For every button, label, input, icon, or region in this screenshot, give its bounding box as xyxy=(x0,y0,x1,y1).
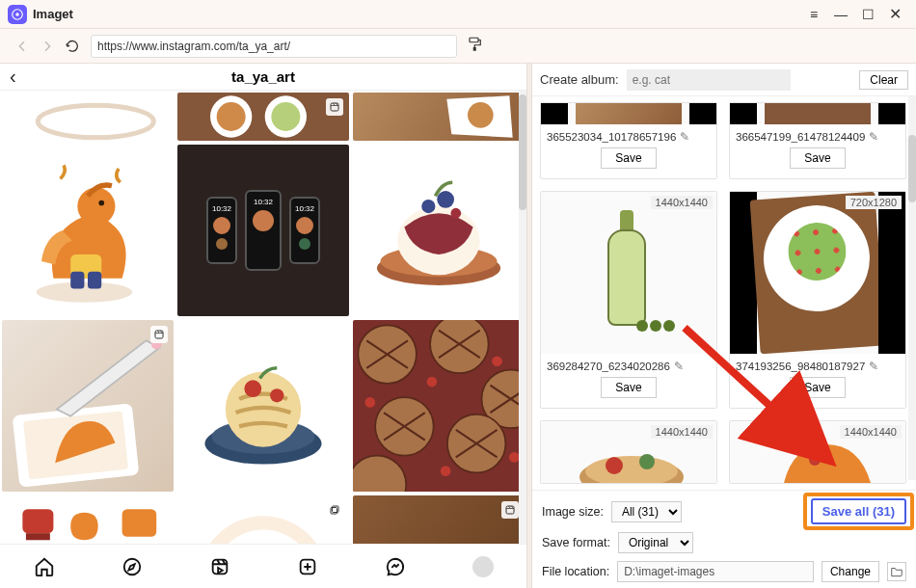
save-button[interactable]: Save xyxy=(790,377,845,398)
download-settings: Image size: All (31) Save all (31) Save … xyxy=(532,490,916,588)
dimensions-label: 1440x1440 xyxy=(651,196,713,209)
clear-button[interactable]: Clear xyxy=(859,70,908,90)
svg-rect-55 xyxy=(331,508,337,515)
save-button[interactable]: Save xyxy=(601,377,656,398)
svg-point-1 xyxy=(15,13,19,16)
ig-bottom-nav xyxy=(0,544,526,588)
ig-post-tile[interactable] xyxy=(353,320,525,492)
svg-point-12 xyxy=(77,188,115,226)
reels-icon xyxy=(501,501,519,519)
image-id: 374193256_98480187927 xyxy=(736,361,865,372)
browser-toolbar: https://www.instagram.com/ta_ya_art/ xyxy=(0,29,916,64)
ig-back-icon[interactable]: ‹ xyxy=(10,66,16,88)
change-location-button[interactable]: Change xyxy=(822,561,879,582)
image-size-select[interactable]: All (31) xyxy=(611,501,682,522)
dimensions-label: 1440x1440 xyxy=(651,425,713,439)
image-card: 366547199_61478124409✎ Save xyxy=(729,102,906,179)
close-button[interactable]: ✕ xyxy=(881,4,908,25)
svg-point-20 xyxy=(421,200,435,213)
right-scrollbar[interactable] xyxy=(908,96,916,480)
ig-reels-icon[interactable] xyxy=(207,554,232,579)
paint-roller-icon[interactable] xyxy=(467,36,488,57)
svg-rect-46 xyxy=(122,509,157,536)
phone-clock: 10:32 xyxy=(295,204,314,213)
ig-explore-icon[interactable] xyxy=(120,554,145,579)
svg-rect-9 xyxy=(331,103,338,111)
ig-post-tile[interactable] xyxy=(353,93,525,141)
app-name: Imaget xyxy=(33,7,73,21)
edit-name-icon[interactable]: ✎ xyxy=(869,360,878,373)
edit-name-icon[interactable]: ✎ xyxy=(674,360,684,373)
svg-point-34 xyxy=(430,320,489,373)
svg-point-41 xyxy=(364,397,375,408)
image-card: 1440x1440 369284270_6234020286✎ Save xyxy=(540,191,717,409)
svg-rect-26 xyxy=(155,331,163,338)
file-location-label: File location: xyxy=(542,565,609,578)
ig-post-tile[interactable] xyxy=(177,93,349,141)
file-location-box: D:\imaget-images xyxy=(617,561,814,582)
url-bar[interactable]: https://www.instagram.com/ta_ya_art/ xyxy=(91,35,457,58)
svg-point-39 xyxy=(427,377,438,388)
open-folder-icon[interactable] xyxy=(887,562,906,581)
url-text: https://www.instagram.com/ta_ya_art/ xyxy=(97,40,290,53)
image-id: 366547199_61478124409 xyxy=(736,131,865,143)
svg-point-21 xyxy=(437,191,454,208)
edit-name-icon[interactable]: ✎ xyxy=(869,130,878,144)
ig-post-tile[interactable] xyxy=(2,320,174,492)
ig-post-tile[interactable]: 10:32 10:32 10:32 xyxy=(177,145,349,316)
carousel-icon xyxy=(326,501,343,519)
image-cards-scroll[interactable]: 365523034_10178657196✎ Save 366547199_61… xyxy=(532,96,916,490)
svg-rect-3 xyxy=(473,47,476,51)
ig-post-tile[interactable] xyxy=(2,145,174,316)
create-album-label: Create album: xyxy=(540,72,619,87)
svg-rect-15 xyxy=(70,272,84,289)
svg-point-42 xyxy=(441,466,451,476)
svg-rect-2 xyxy=(470,38,478,42)
instagram-panel: ‹ ta_ya_art xyxy=(0,64,526,588)
reels-icon xyxy=(326,98,343,116)
dimensions-label: 1440x1440 xyxy=(840,425,902,439)
reload-icon[interactable] xyxy=(60,34,85,59)
ig-post-tile[interactable] xyxy=(353,145,525,316)
save-button[interactable]: Save xyxy=(601,147,656,169)
ig-post-tile[interactable] xyxy=(2,495,174,544)
ig-post-tile[interactable] xyxy=(177,495,349,544)
svg-point-65 xyxy=(606,457,623,474)
ig-profile-avatar[interactable] xyxy=(471,554,496,579)
ig-create-icon[interactable] xyxy=(295,554,320,579)
image-card: 365523034_10178657196✎ Save xyxy=(540,102,717,179)
ig-post-tile[interactable] xyxy=(2,93,174,141)
svg-rect-54 xyxy=(333,506,339,513)
ig-post-tile[interactable] xyxy=(353,495,525,544)
save-all-button[interactable]: Save all (31) xyxy=(811,498,906,524)
minimize-button[interactable]: — xyxy=(827,4,854,25)
svg-point-6 xyxy=(217,102,246,131)
svg-point-40 xyxy=(492,356,502,366)
save-button[interactable]: Save xyxy=(790,147,845,169)
svg-point-13 xyxy=(98,200,104,206)
ig-profile-title: ta_ya_art xyxy=(231,68,295,85)
ig-grid: 10:32 10:32 10:32 xyxy=(0,91,526,544)
left-scrollbar[interactable] xyxy=(519,91,526,544)
image-size-label: Image size: xyxy=(542,505,604,519)
image-card: 720x1280 374193256_98480187927✎ Save xyxy=(729,191,906,409)
save-format-select[interactable]: Original xyxy=(618,532,693,553)
phone-clock: 10:32 xyxy=(212,204,231,213)
image-card: 1440x1440 xyxy=(540,420,717,484)
dimensions-label: 720x1280 xyxy=(846,196,902,209)
ig-messenger-icon[interactable] xyxy=(383,554,408,579)
svg-rect-45 xyxy=(26,533,50,540)
svg-point-31 xyxy=(270,388,283,402)
svg-point-30 xyxy=(244,380,261,397)
ig-profile-header: ‹ ta_ya_art xyxy=(0,64,526,91)
ig-post-tile[interactable] xyxy=(177,320,349,492)
album-name-input[interactable] xyxy=(627,69,791,91)
hamburger-icon[interactable]: ≡ xyxy=(800,4,827,25)
nav-forward-icon[interactable] xyxy=(35,34,60,59)
svg-rect-44 xyxy=(22,509,53,533)
nav-back-icon[interactable] xyxy=(10,34,35,59)
svg-point-64 xyxy=(585,456,678,483)
ig-home-icon[interactable] xyxy=(32,554,57,579)
maximize-button[interactable]: ☐ xyxy=(854,4,881,25)
edit-name-icon[interactable]: ✎ xyxy=(680,130,689,144)
